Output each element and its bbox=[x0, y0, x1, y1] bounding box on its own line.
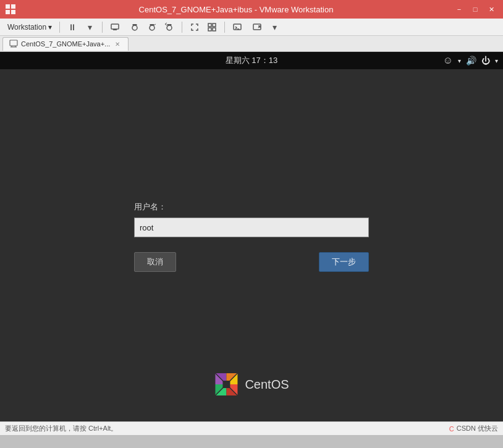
workstation-dropdown-icon: ▾ bbox=[48, 23, 52, 32]
centos-icon bbox=[214, 372, 239, 397]
svg-point-6 bbox=[132, 25, 137, 30]
tab-bar: CentOS_7_GNOME+Java+... ✕ bbox=[0, 36, 503, 52]
svg-point-7 bbox=[150, 25, 154, 30]
svg-rect-2 bbox=[6, 10, 10, 14]
svg-rect-5 bbox=[113, 29, 117, 30]
svg-rect-10 bbox=[213, 23, 216, 27]
status-bar: 要返回到您的计算机，请按 Ctrl+Alt。 C CSDN 优快云 bbox=[0, 421, 503, 435]
window-title: CentOS_7_GNOME+Java+ibus - VMware Workst… bbox=[20, 5, 452, 14]
tab-label: CentOS_7_GNOME+Java+... bbox=[21, 40, 110, 48]
separator-2 bbox=[102, 22, 103, 33]
gnome-time: 星期六 17：13 bbox=[0, 55, 503, 66]
separator-4 bbox=[224, 22, 225, 33]
app-icon bbox=[5, 4, 16, 15]
workstation-label: Workstation bbox=[7, 23, 46, 32]
volume-icon[interactable]: 🔊 bbox=[466, 56, 476, 66]
title-bar: CentOS_7_GNOME+Java+ibus - VMware Workst… bbox=[0, 0, 503, 19]
accessibility-icon[interactable]: ☺ bbox=[443, 55, 453, 66]
console-button[interactable] bbox=[229, 20, 246, 35]
pause-button[interactable]: ⏸ bbox=[64, 20, 81, 35]
svg-rect-11 bbox=[208, 28, 211, 31]
system-icons: ☺ ▾ 🔊 ⏻ ▾ bbox=[443, 55, 498, 66]
gnome-topbar: 星期六 17：13 ☺ ▾ 🔊 ⏻ ▾ bbox=[0, 52, 503, 69]
close-button[interactable]: ✕ bbox=[484, 4, 498, 15]
status-hint: 要返回到您的计算机，请按 Ctrl+Alt。 bbox=[5, 424, 117, 433]
workstation-menu[interactable]: Workstation ▾ bbox=[2, 20, 57, 34]
power-icon[interactable]: ⏻ bbox=[481, 56, 490, 66]
right-icons: C CSDN 优快云 bbox=[449, 424, 498, 433]
svg-rect-12 bbox=[213, 28, 216, 31]
menu-bar: Workstation ▾ ⏸ ▾ bbox=[0, 19, 503, 36]
minimize-button[interactable]: − bbox=[452, 4, 466, 15]
toolbar-group-5 bbox=[229, 20, 246, 35]
snapshot-manager-button[interactable] bbox=[143, 20, 161, 35]
svg-rect-16 bbox=[10, 40, 17, 46]
centos-logo: CentOS bbox=[214, 372, 289, 397]
next-button[interactable]: 下一步 bbox=[319, 252, 369, 272]
separator-1 bbox=[59, 22, 60, 33]
toolbar-group-4 bbox=[186, 20, 221, 35]
toolbar-group-2 bbox=[106, 20, 124, 35]
maximize-button[interactable]: □ bbox=[468, 4, 482, 15]
tab-close-button[interactable]: ✕ bbox=[113, 40, 122, 48]
vm-tab[interactable]: CentOS_7_GNOME+Java+... ✕ bbox=[2, 37, 129, 51]
svg-rect-4 bbox=[111, 24, 119, 29]
button-row: 取消 下一步 bbox=[134, 252, 369, 272]
svg-rect-9 bbox=[208, 23, 211, 27]
vm-area[interactable]: 星期六 17：13 ☺ ▾ 🔊 ⏻ ▾ 用户名： 取消 下一步 bbox=[0, 52, 503, 421]
snapshot-button[interactable] bbox=[126, 20, 143, 35]
unity-button[interactable] bbox=[203, 20, 221, 35]
separator-3 bbox=[182, 22, 182, 33]
cancel-button[interactable]: 取消 bbox=[134, 252, 176, 272]
svg-rect-3 bbox=[11, 10, 15, 14]
vm-tab-icon bbox=[9, 40, 18, 48]
resize-button[interactable] bbox=[248, 20, 266, 35]
svg-point-8 bbox=[167, 25, 172, 30]
svg-rect-0 bbox=[6, 4, 10, 9]
status-right-text: CSDN 优快云 bbox=[457, 424, 498, 433]
resize-dropdown[interactable]: ▾ bbox=[266, 20, 283, 35]
window-controls: − □ ✕ bbox=[452, 4, 498, 15]
accessibility-dropdown[interactable]: ▾ bbox=[458, 57, 461, 64]
username-section: 用户名： bbox=[134, 201, 369, 237]
full-screen-button[interactable] bbox=[186, 20, 203, 35]
svg-rect-1 bbox=[11, 4, 15, 9]
username-input[interactable] bbox=[134, 218, 369, 237]
pause-dropdown[interactable]: ▾ bbox=[81, 20, 98, 35]
login-dialog: 用户名： 取消 下一步 bbox=[134, 201, 369, 272]
toolbar-group-6: ▾ bbox=[248, 20, 283, 35]
power-dropdown[interactable]: ▾ bbox=[495, 57, 498, 64]
revert-button[interactable] bbox=[161, 20, 178, 35]
username-label: 用户名： bbox=[134, 201, 369, 213]
csdn-icon: C bbox=[449, 425, 454, 433]
send-ctrl-alt-del-button[interactable] bbox=[106, 20, 124, 35]
toolbar-group-3 bbox=[126, 20, 178, 35]
toolbar-group-1: ⏸ ▾ bbox=[64, 20, 98, 35]
centos-name: CentOS bbox=[245, 378, 289, 392]
